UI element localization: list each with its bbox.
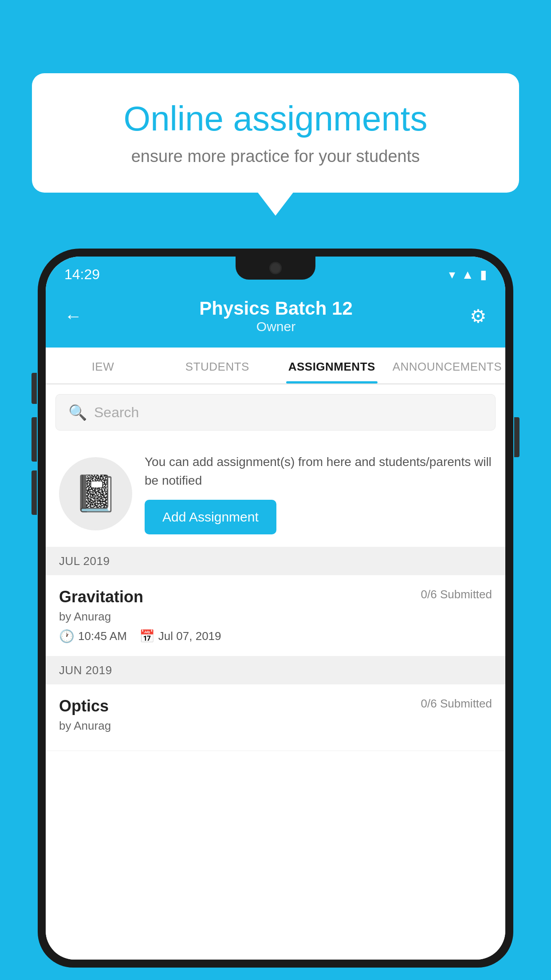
tab-iew[interactable]: IEW: [46, 348, 160, 383]
tab-students[interactable]: STUDENTS: [160, 348, 275, 383]
back-button[interactable]: ←: [64, 306, 82, 326]
app-header: ← Physics Batch 12 Owner ⚙: [46, 289, 505, 348]
assignment-by: by Anurag: [59, 719, 492, 733]
search-icon: 🔍: [68, 403, 87, 421]
promo-icon-circle: 📓: [59, 457, 132, 530]
wifi-icon: ▾: [449, 267, 455, 282]
assignment-date: Jul 07, 2019: [158, 629, 221, 643]
status-time: 14:29: [64, 266, 100, 283]
phone-mute-button: [31, 373, 37, 404]
tab-bar: IEW STUDENTS ASSIGNMENTS ANNOUNCEMENTS: [46, 348, 505, 384]
assignment-row: Gravitation 0/6 Submitted: [59, 588, 492, 606]
status-icons: ▾ ▲ ▮: [449, 267, 487, 282]
notebook-icon: 📓: [74, 473, 118, 514]
assignment-meta: 🕐 10:45 AM 📅 Jul 07, 2019: [59, 629, 492, 644]
header-center: Physics Batch 12 Owner: [199, 298, 353, 334]
bubble-subtitle: ensure more practice for your students: [63, 147, 488, 166]
phone-container: 14:29 ▾ ▲ ▮ ← Physics Batch 12 Owner ⚙: [38, 249, 513, 980]
phone-vol-down-button: [31, 470, 37, 515]
assignment-time: 10:45 AM: [78, 629, 127, 643]
header-subtitle: Owner: [199, 319, 353, 334]
header-title: Physics Batch 12: [199, 298, 353, 319]
screen-content: 🔍 Search 📓 You can add assignment(s) fro…: [46, 384, 505, 960]
search-bar[interactable]: 🔍 Search: [55, 394, 496, 431]
signal-icon: ▲: [461, 268, 474, 282]
tab-announcements[interactable]: ANNOUNCEMENTS: [389, 348, 505, 383]
phone-camera: [269, 262, 282, 274]
battery-icon: ▮: [480, 267, 487, 282]
assignment-name: Optics: [59, 697, 109, 715]
clock-icon: 🕐: [59, 629, 75, 644]
bubble-title: Online assignments: [63, 100, 488, 138]
phone-outer: 14:29 ▾ ▲ ▮ ← Physics Batch 12 Owner ⚙: [38, 249, 513, 968]
tab-assignments[interactable]: ASSIGNMENTS: [275, 348, 389, 383]
assignment-by: by Anurag: [59, 610, 492, 624]
speech-bubble: Online assignments ensure more practice …: [32, 73, 519, 193]
month-separator-jul: JUL 2019: [46, 547, 505, 575]
promo-text: You can add assignment(s) from here and …: [145, 453, 492, 490]
date-meta: 📅 Jul 07, 2019: [139, 629, 221, 644]
assignment-row: Optics 0/6 Submitted: [59, 697, 492, 715]
settings-button[interactable]: ⚙: [470, 305, 487, 327]
assignment-item-gravitation[interactable]: Gravitation 0/6 Submitted by Anurag 🕐 10…: [46, 575, 505, 656]
assignment-name: Gravitation: [59, 588, 143, 606]
phone-power-button: [514, 417, 520, 457]
phone-vol-up-button: [31, 417, 37, 462]
assignment-promo: 📓 You can add assignment(s) from here an…: [46, 440, 505, 547]
search-placeholder: Search: [94, 404, 139, 421]
calendar-icon: 📅: [139, 629, 155, 644]
month-separator-jun: JUN 2019: [46, 656, 505, 684]
add-assignment-button[interactable]: Add Assignment: [145, 500, 276, 534]
phone-screen: 14:29 ▾ ▲ ▮ ← Physics Batch 12 Owner ⚙: [46, 257, 505, 960]
promo-right: You can add assignment(s) from here and …: [145, 453, 492, 534]
assignment-submitted: 0/6 Submitted: [421, 588, 492, 601]
assignment-item-optics[interactable]: Optics 0/6 Submitted by Anurag: [46, 684, 505, 751]
time-meta: 🕐 10:45 AM: [59, 629, 127, 644]
assignment-submitted: 0/6 Submitted: [421, 697, 492, 711]
